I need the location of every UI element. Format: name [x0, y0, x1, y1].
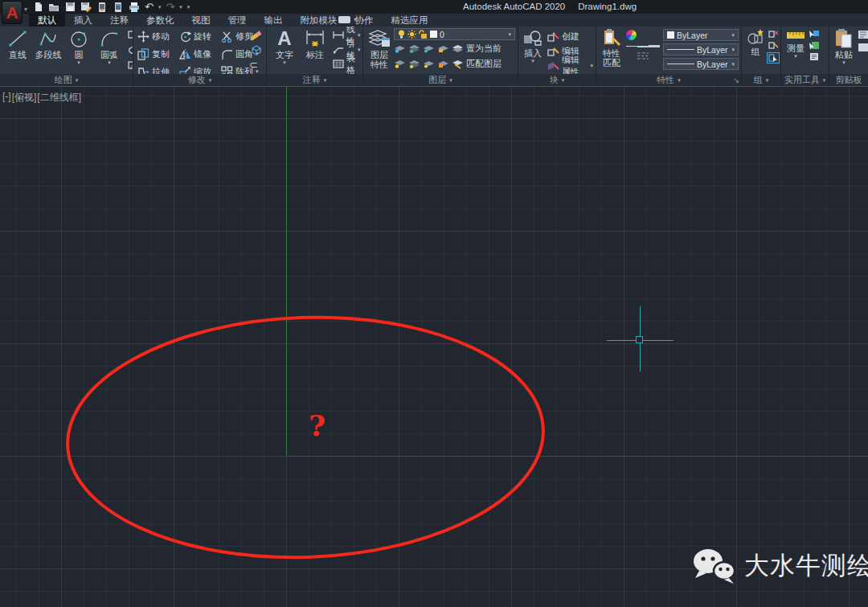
- linetype-icon[interactable]: [626, 52, 660, 59]
- copy-button[interactable]: 复制: [137, 47, 178, 61]
- layer-unlock-all-icon[interactable]: [423, 59, 435, 69]
- quick-calculator-button[interactable]: [809, 41, 820, 50]
- layer-unlock2-icon[interactable]: [437, 59, 449, 69]
- layer-isolate-icon[interactable]: [394, 43, 406, 54]
- erase-button[interactable]: [249, 29, 263, 41]
- autocad-logo[interactable]: A: [2, 1, 23, 24]
- scale-button[interactable]: 缩放: [179, 64, 219, 74]
- color-wheel-icon[interactable]: [626, 30, 637, 40]
- new-file-icon[interactable]: [32, 2, 43, 13]
- ungroup-button[interactable]: [767, 30, 780, 39]
- logo-caret-icon[interactable]: ▾: [24, 6, 27, 13]
- save-to-web-mobile-icon[interactable]: [113, 2, 124, 13]
- save-icon[interactable]: [64, 2, 76, 13]
- redo-caret-icon[interactable]: ▾: [179, 4, 182, 10]
- rotate-button[interactable]: 旋转: [179, 29, 219, 43]
- tab-insert[interactable]: 插入: [65, 14, 101, 27]
- lineweight-icon[interactable]: [626, 43, 660, 49]
- group-edit-button[interactable]: [767, 41, 780, 50]
- undo-icon[interactable]: ↶: [145, 2, 154, 12]
- copy-clip-button[interactable]: [858, 43, 868, 52]
- qat-customize-icon[interactable]: ▾: [187, 4, 190, 10]
- hatch-tool-button[interactable]: ▾: [128, 59, 133, 72]
- insert-caret-icon: ▾: [531, 59, 534, 64]
- panel-title-properties[interactable]: 特性 ▾ ↘: [596, 74, 741, 86]
- save-as-icon[interactable]: [80, 2, 92, 13]
- app-title: Autodesk AutoCAD 2020: [463, 2, 565, 11]
- linetype-select[interactable]: ByLayer ▾: [663, 58, 739, 70]
- polyline-icon: [38, 28, 59, 49]
- open-file-icon[interactable]: [48, 2, 59, 13]
- tab-output[interactable]: 输出: [256, 14, 292, 27]
- make-current-icon[interactable]: [452, 43, 464, 54]
- layer-thaw-all-icon[interactable]: [408, 59, 420, 69]
- panel-title-annotate[interactable]: 注释 ▾: [267, 74, 362, 86]
- stretch-button[interactable]: 拉伸: [137, 64, 178, 74]
- panel-title-clipboard[interactable]: 剪贴板: [829, 74, 868, 86]
- group-button[interactable]: 组: [746, 28, 765, 74]
- layer-lock-icon[interactable]: [437, 43, 449, 54]
- leader-icon: [333, 45, 344, 54]
- insert-block-button[interactable]: 插入 ▾: [522, 28, 543, 74]
- tab-parametric[interactable]: 参数化: [137, 14, 183, 27]
- panel-title-utilities[interactable]: 实用工具 ▾: [781, 74, 829, 86]
- block-create-button[interactable]: 创建: [547, 30, 593, 43]
- layer-off-icon[interactable]: [423, 43, 435, 54]
- cut-button[interactable]: [858, 30, 868, 39]
- panel-title-draw[interactable]: 绘图 ▾: [0, 74, 133, 86]
- match-layer-icon[interactable]: [452, 59, 464, 69]
- drawing-canvas[interactable]: [-] [俯视] [二维线框] ? 大水牛测绘: [0, 87, 868, 607]
- tab-annotate[interactable]: 注释: [101, 14, 137, 27]
- match-properties-button[interactable]: 特性 匹配: [600, 28, 623, 74]
- layer-on-all-icon[interactable]: [394, 59, 406, 69]
- document-title: Drawing1.dwg: [578, 2, 637, 11]
- annotate-panel-caret-icon: ▾: [324, 78, 327, 83]
- arc-button[interactable]: 圆弧 ▾: [96, 28, 123, 74]
- ribbon-display-toggle[interactable]: ▾: [338, 16, 357, 23]
- tab-manage[interactable]: 管理: [219, 14, 256, 27]
- undo-caret-icon[interactable]: ▾: [158, 4, 162, 10]
- move-icon: [137, 31, 149, 43]
- dimension-button[interactable]: 标注: [301, 28, 329, 74]
- quick-select-button[interactable]: [809, 30, 820, 39]
- find-text-button[interactable]: [809, 52, 820, 61]
- polyline-button[interactable]: 多段线: [35, 28, 62, 74]
- ellipse-tool-button[interactable]: ▾: [128, 43, 133, 57]
- lineweight-preview: [667, 49, 694, 50]
- explode-button[interactable]: [249, 44, 263, 56]
- panel-title-block[interactable]: 块 ▾: [518, 74, 596, 86]
- line-button[interactable]: 直线: [4, 28, 31, 74]
- tab-default[interactable]: 默认: [29, 14, 65, 27]
- panel-title-modify[interactable]: 修改 ▾: [133, 74, 266, 86]
- set-current-label[interactable]: 置为当前: [466, 43, 502, 55]
- move-button[interactable]: 移动: [137, 29, 178, 43]
- tab-featured-apps[interactable]: 精选应用: [383, 14, 437, 27]
- rectangle-tool-button[interactable]: ▾: [128, 28, 133, 42]
- quick-access-toolbar: ↶ ▾ ↷ ▾ ▾: [32, 1, 190, 13]
- layer-select[interactable]: 0 ▾: [394, 28, 515, 40]
- measure-caret-icon: ▾: [794, 54, 797, 59]
- properties-dialog-launcher-icon[interactable]: ↘: [733, 77, 739, 84]
- block-edit-attributes-button[interactable]: 编辑属性 ▾: [547, 59, 593, 72]
- tab-view[interactable]: 视图: [183, 14, 219, 27]
- text-button[interactable]: A 文字 ▾: [271, 28, 298, 74]
- panel-title-group[interactable]: 组 ▾: [742, 74, 780, 86]
- lineweight-select[interactable]: ByLayer ▾: [663, 43, 739, 55]
- circle-button[interactable]: 圆 ▾: [65, 28, 92, 74]
- object-color-select[interactable]: ByLayer ▾: [663, 29, 739, 41]
- offset-button[interactable]: ⊂: [249, 59, 263, 70]
- table-button[interactable]: 表格: [333, 57, 361, 71]
- measure-button[interactable]: 测量 ▾: [785, 28, 806, 74]
- open-from-web-mobile-icon[interactable]: [96, 2, 108, 13]
- mirror-button[interactable]: 镜像: [179, 47, 219, 61]
- layer-properties-button[interactable]: 图层 特性: [367, 28, 391, 74]
- layer-freeze-icon[interactable]: [408, 43, 420, 54]
- ribbon-tabs: 默认 插入 注释 参数化 视图 管理 输出 附加模块 协作 精选应用: [29, 14, 437, 27]
- paste-button[interactable]: 粘贴 ▾: [833, 28, 854, 74]
- plot-icon[interactable]: [129, 2, 140, 13]
- match-layer-label[interactable]: 匹配图层: [466, 58, 502, 70]
- redo-icon[interactable]: ↷: [166, 2, 174, 12]
- layer-tools-row-2: 匹配图层: [394, 57, 515, 71]
- group-selection-toggle-button[interactable]: [767, 52, 780, 64]
- panel-title-layers[interactable]: 图层 ▾: [363, 74, 518, 86]
